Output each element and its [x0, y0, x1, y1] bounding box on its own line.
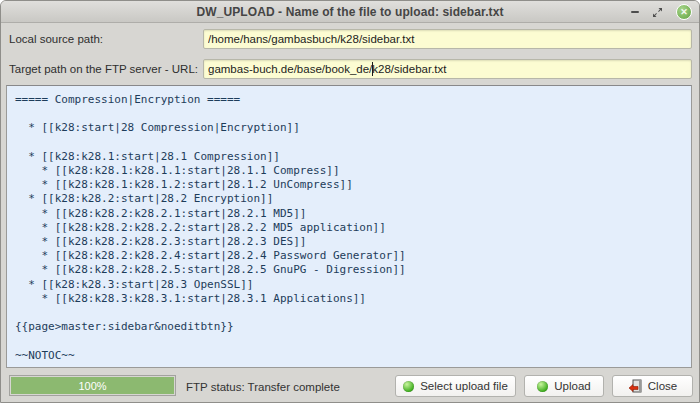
progress-fill: 100%	[11, 377, 174, 394]
select-upload-file-label: Select upload file	[420, 380, 508, 392]
file-content-editor[interactable]: ===== Compression|Encryption ===== * [[k…	[6, 85, 692, 368]
close-label: Close	[648, 380, 677, 392]
ftp-status-text: FTP status: Transfer complete	[186, 381, 340, 393]
green-orb-icon	[403, 381, 414, 392]
minimize-button[interactable]	[631, 11, 639, 13]
local-path-input[interactable]	[203, 29, 692, 49]
target-path-field-wrap	[203, 59, 692, 79]
text-cursor	[372, 62, 373, 76]
upload-button[interactable]: Upload	[524, 375, 604, 397]
minimize-icon	[631, 11, 639, 13]
local-path-field-wrap	[203, 29, 692, 49]
restore-icon	[652, 7, 663, 18]
exit-door-icon	[628, 379, 642, 393]
select-upload-file-button[interactable]: Select upload file	[395, 375, 516, 397]
upload-label: Upload	[554, 380, 590, 392]
green-orb-icon	[537, 381, 548, 392]
titlebar-controls: ✕	[631, 1, 692, 23]
progress-label: 100%	[78, 380, 106, 392]
close-window-button[interactable]: ✕	[676, 4, 692, 20]
window-title: DW_UPLOAD - Name of the file to upload: …	[196, 5, 503, 19]
local-path-label: Local source path:	[9, 33, 103, 45]
titlebar[interactable]: DW_UPLOAD - Name of the file to upload: …	[1, 1, 699, 23]
close-button[interactable]: Close	[612, 375, 693, 397]
upload-progress-bar: 100%	[9, 375, 176, 396]
upload-dialog-window: DW_UPLOAD - Name of the file to upload: …	[0, 0, 700, 403]
target-path-input[interactable]	[203, 59, 692, 79]
close-icon: ✕	[680, 8, 688, 17]
restore-button[interactable]	[652, 7, 663, 18]
target-path-label: Target path on the FTP server - URL:	[9, 63, 198, 75]
